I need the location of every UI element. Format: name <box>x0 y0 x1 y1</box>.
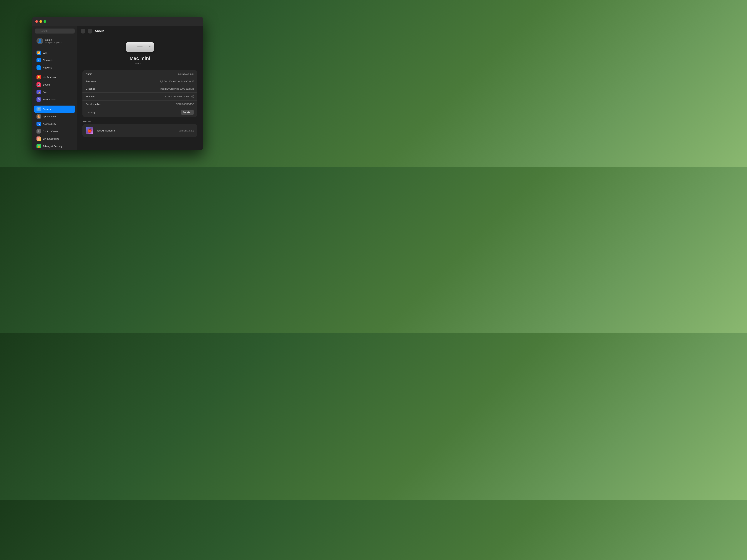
bluetooth-icon: ✦ <box>36 58 41 62</box>
content-header: ‹ › About <box>77 26 203 36</box>
macos-info: macOS Sonoma <box>96 129 176 132</box>
device-subtitle: Mid 2011 <box>135 62 145 65</box>
titlebar <box>32 17 203 26</box>
sidebar-label-sound: Sound <box>43 83 50 86</box>
controlcentre-icon: 🎛 <box>36 129 41 134</box>
info-row-coverage: Coverage Details... <box>82 108 197 117</box>
details-button[interactable]: Details... <box>181 110 194 115</box>
info-label-coverage: Coverage <box>86 111 108 114</box>
macos-icon: 🍎 <box>86 127 93 134</box>
sign-in-subtitle: with your Apple ID <box>45 41 61 44</box>
memory-info-button[interactable]: ⓘ <box>191 95 194 98</box>
device-image <box>125 42 155 53</box>
sidebar-label-wifi: Wi-Fi <box>43 52 48 54</box>
info-row-serial: Serial number C07H88BKDJD0 <box>82 101 197 108</box>
main-content: ‹ › About Mac mini Mid 2011 <box>77 26 203 150</box>
sign-in-title: Sign in <box>45 38 61 41</box>
general-icon: ⚙️ <box>36 107 41 111</box>
info-row-name: Name mini's Mac mini <box>82 70 197 78</box>
device-name: Mac mini <box>129 56 150 61</box>
info-card: Name mini's Mac mini Processor 2,3 GHz D… <box>82 70 197 117</box>
forward-button[interactable]: › <box>87 29 93 33</box>
macos-version: Version 14.3.1 <box>179 129 194 132</box>
sidebar-item-network[interactable]: 🌐 Network <box>34 64 75 71</box>
sidebar-label-privacy: Privacy & Security <box>43 145 62 148</box>
macos-section-label: macOS <box>83 121 197 123</box>
info-row-memory: Memory 8 GB 1333 MHz DDR3 ⓘ <box>82 92 197 101</box>
info-label-memory: Memory <box>86 95 108 98</box>
sidebar-item-general[interactable]: ⚙️ General <box>34 106 75 113</box>
privacy-icon: 🔒 <box>36 144 41 148</box>
sidebar-item-wifi[interactable]: 📶 Wi-Fi <box>34 49 75 56</box>
accessibility-icon: ♿ <box>36 122 41 126</box>
sidebar-label-appearance: Appearance <box>43 115 56 118</box>
search-container: 🔍 <box>32 26 77 35</box>
info-value-name: mini's Mac mini <box>178 73 194 75</box>
sidebar-item-notifications[interactable]: 🔔 Notifications <box>34 74 75 81</box>
info-row-graphics: Graphics Intel HD Graphics 3000 512 MB <box>82 85 197 92</box>
sidebar-item-focus[interactable]: 🌙 Focus <box>34 88 75 96</box>
sidebar-item-privacy[interactable]: 🔒 Privacy & Security <box>34 142 75 150</box>
sidebar-item-siri[interactable]: 🎙 Siri & Spotlight <box>34 135 75 142</box>
sidebar-label-accessibility: Accessibility <box>43 123 56 125</box>
search-wrapper: 🔍 <box>35 28 75 33</box>
info-value-graphics: Intel HD Graphics 3000 512 MB <box>160 87 194 90</box>
device-section: Mac mini Mid 2011 <box>82 38 197 70</box>
system-preferences-window: 🔍 👤 Sign in with your Apple ID 📶 Wi-Fi ✦ <box>32 17 203 150</box>
notifications-icon: 🔔 <box>36 75 41 79</box>
mac-mini-slot <box>137 47 143 47</box>
sidebar-label-notifications: Notifications <box>43 76 56 79</box>
search-input[interactable] <box>35 28 75 33</box>
page-title: About <box>95 29 104 33</box>
info-value-memory: 8 GB 1333 MHz DDR3 ⓘ <box>165 95 194 98</box>
info-label-serial: Serial number <box>86 103 108 106</box>
minimize-button[interactable] <box>40 20 42 23</box>
sidebar-label-general: General <box>43 108 51 111</box>
siri-icon: 🎙 <box>36 136 41 141</box>
close-button[interactable] <box>35 20 38 23</box>
sidebar-item-appearance[interactable]: 🎨 Appearance <box>34 113 75 120</box>
maximize-button[interactable] <box>44 20 46 23</box>
sidebar-label-focus: Focus <box>43 91 49 94</box>
wifi-icon: 📶 <box>36 51 41 55</box>
info-label-name: Name <box>86 73 108 75</box>
info-value-coverage: Details... <box>181 110 194 115</box>
mac-mini-body <box>126 43 154 52</box>
memory-value-text: 8 GB 1333 MHz DDR3 <box>165 95 189 98</box>
sidebar-label-network: Network <box>43 66 52 69</box>
macos-name: macOS Sonoma <box>96 129 176 132</box>
screentime-icon: ⏱ <box>36 97 41 102</box>
window-body: 🔍 👤 Sign in with your Apple ID 📶 Wi-Fi ✦ <box>32 26 203 150</box>
sidebar-item-screentime[interactable]: ⏱ Screen Time <box>34 96 75 103</box>
sidebar: 🔍 👤 Sign in with your Apple ID 📶 Wi-Fi ✦ <box>32 26 77 150</box>
info-row-processor: Processor 2,3 GHz Dual-Core Intel Core i… <box>82 78 197 85</box>
back-button[interactable]: ‹ <box>81 29 85 33</box>
appearance-icon: 🎨 <box>36 114 41 119</box>
content-body: Mac mini Mid 2011 Name mini's Mac mini P… <box>77 36 203 150</box>
focus-icon: 🌙 <box>36 90 41 94</box>
sign-in-text: Sign in with your Apple ID <box>45 38 61 44</box>
network-icon: 🌐 <box>36 65 41 70</box>
traffic-lights <box>35 20 46 23</box>
mac-mini-light <box>149 46 150 47</box>
sidebar-item-accessibility[interactable]: ♿ Accessibility <box>34 121 75 127</box>
info-label-graphics: Graphics <box>86 87 108 90</box>
sidebar-item-bluetooth[interactable]: ✦ Bluetooth <box>34 57 75 64</box>
sidebar-label-screentime: Screen Time <box>43 98 56 101</box>
sidebar-item-controlcentre[interactable]: 🎛 Control Centre <box>34 128 75 135</box>
sidebar-label-siri: Siri & Spotlight <box>43 137 58 140</box>
sidebar-label-bluetooth: Bluetooth <box>43 59 53 62</box>
avatar: 👤 <box>36 37 43 44</box>
macos-card: 🍎 macOS Sonoma Version 14.3.1 <box>82 124 197 137</box>
sign-in-section[interactable]: 👤 Sign in with your Apple ID <box>34 36 75 46</box>
sidebar-item-sound[interactable]: 🔊 Sound <box>34 81 75 88</box>
sidebar-label-controlcentre: Control Centre <box>43 130 58 133</box>
sound-icon: 🔊 <box>36 82 41 87</box>
info-label-processor: Processor <box>86 80 108 83</box>
info-value-serial: C07H88BKDJD0 <box>176 103 194 106</box>
info-value-processor: 2,3 GHz Dual-Core Intel Core i5 <box>160 80 194 83</box>
